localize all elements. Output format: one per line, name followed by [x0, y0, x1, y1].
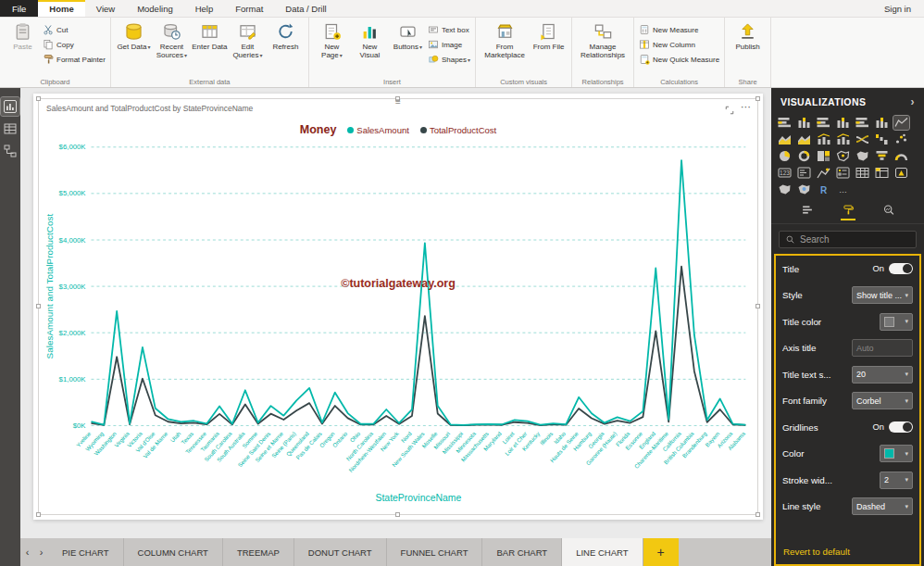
map-icon[interactable]: [835, 149, 851, 163]
model-view-button[interactable]: [1, 142, 19, 160]
series-line-TotalProductCost[interactable]: [91, 267, 745, 425]
analytics-pane-tab[interactable]: [881, 204, 896, 220]
fields-pane-tab[interactable]: [800, 204, 815, 220]
100-stacked-bar-chart-icon[interactable]: [855, 116, 870, 130]
report-view-button[interactable]: [1, 97, 19, 116]
page-tab-column-chart[interactable]: COLUMN CHART: [124, 538, 223, 566]
tab-home[interactable]: Home: [38, 0, 84, 17]
waterfall-chart-icon[interactable]: [874, 132, 890, 146]
refresh-button[interactable]: Refresh: [268, 19, 304, 75]
matrix-icon[interactable]: [874, 166, 890, 180]
legend-item-salesamount[interactable]: SalesAmount: [347, 125, 409, 135]
revert-to-default-link[interactable]: Revert to default: [776, 541, 919, 564]
format-painter-button[interactable]: Format Painter: [43, 54, 106, 65]
tab-modeling[interactable]: Modeling: [126, 0, 184, 17]
multi-row-card-icon[interactable]: [796, 166, 812, 180]
scatter-chart-icon[interactable]: [893, 132, 909, 146]
tab-data-drill[interactable]: Data / Drill: [274, 0, 337, 17]
table-icon[interactable]: [855, 166, 870, 180]
line-chart-plot[interactable]: $0K$1,000K$2,000K$3,000K$4,000K$5,000K$6…: [39, 99, 757, 514]
manage-relationships-button[interactable]: Manage Relationships: [577, 19, 629, 75]
buttons-button[interactable]: Buttons▾: [390, 19, 426, 75]
100-stacked-column-chart-icon[interactable]: [874, 116, 890, 130]
font-family-dropdown[interactable]: Corbel▾: [852, 392, 913, 409]
page-tab-funnel-chart[interactable]: FUNNEL CHART: [387, 538, 483, 566]
clustered-bar-chart-icon[interactable]: [816, 116, 831, 130]
image-button[interactable]: Image: [428, 39, 470, 50]
data-view-button[interactable]: [1, 119, 19, 138]
format-pane-tab[interactable]: [841, 204, 855, 220]
tab-view[interactable]: View: [85, 0, 126, 17]
page-tab-treemap[interactable]: TREEMAP: [223, 538, 294, 566]
stacked-area-chart-icon[interactable]: [796, 132, 812, 146]
card-icon[interactable]: 123: [777, 166, 793, 180]
treemap-icon[interactable]: [816, 149, 831, 163]
from-file-button[interactable]: From File: [531, 19, 567, 75]
publish-button[interactable]: Publish: [730, 19, 766, 75]
slicer-icon[interactable]: [835, 166, 851, 180]
new-page-button[interactable]: New Page▾: [314, 19, 350, 75]
get-data-button[interactable]: Get Data▾: [116, 19, 152, 75]
title-color-picker[interactable]: ▾: [880, 313, 913, 331]
line-style-dropdown[interactable]: Dashed▾: [852, 497, 913, 515]
shape-map-icon[interactable]: [777, 182, 793, 196]
gridlines-toggle[interactable]: [889, 421, 913, 433]
edit-queries-button[interactable]: Edit Queries▾: [230, 19, 266, 75]
line-and-stacked-column-chart-icon[interactable]: [835, 132, 851, 146]
new-measure-button[interactable]: New Measure: [639, 24, 719, 35]
stacked-column-chart-icon[interactable]: [796, 116, 812, 130]
pie-chart-icon[interactable]: [777, 149, 793, 163]
style-dropdown[interactable]: Show title ...▾: [852, 286, 913, 304]
report-page[interactable]: ≡ ⋯ SalesAmount and TotalProductCost by …: [33, 94, 763, 520]
file-icon: [539, 22, 558, 41]
tab-help[interactable]: Help: [184, 0, 225, 17]
file-menu[interactable]: File: [0, 0, 38, 17]
line-chart-visual[interactable]: ≡ ⋯ SalesAmount and TotalProductCost by …: [38, 98, 758, 515]
axis-title-input[interactable]: Auto: [852, 339, 913, 357]
title-toggle[interactable]: [889, 263, 913, 274]
column-icon: [639, 39, 650, 50]
new-quick-measure-button[interactable]: New Quick Measure: [639, 54, 719, 65]
new-page-tab-button[interactable]: +: [643, 538, 679, 566]
arcgis-map-icon[interactable]: [796, 182, 812, 196]
page-nav-prev-icon[interactable]: ‹: [20, 538, 34, 566]
gauge-icon[interactable]: [893, 149, 909, 163]
line-and-clustered-column-chart-icon[interactable]: [816, 132, 831, 146]
page-tab-pie-chart[interactable]: PIE CHART: [48, 538, 124, 566]
shapes-button[interactable]: Shapes▾: [428, 54, 470, 65]
r-script-visual-icon[interactable]: R: [816, 182, 831, 196]
collapse-pane-icon[interactable]: ›: [911, 95, 915, 108]
stroke-width-input[interactable]: 2▾: [880, 472, 913, 489]
page-tab-line-chart[interactable]: LINE CHART: [562, 538, 643, 566]
page-nav-next-icon[interactable]: ›: [34, 538, 48, 566]
page-tab-bar-chart[interactable]: BAR CHART: [482, 538, 562, 566]
from-marketplace-button[interactable]: From Marketplace: [481, 19, 529, 75]
paste-button[interactable]: Paste: [5, 19, 41, 75]
new-visual-button[interactable]: New Visual: [352, 19, 388, 75]
line-chart-icon[interactable]: [893, 116, 909, 130]
ribbon-chart-icon[interactable]: [855, 132, 870, 146]
enter-data-button[interactable]: Enter Data: [192, 19, 228, 75]
page-tab-donut-chart[interactable]: DONUT CHART: [294, 538, 387, 566]
copy-button[interactable]: Copy: [43, 39, 106, 50]
filled-map-icon[interactable]: [855, 149, 870, 163]
report-canvas[interactable]: ≡ ⋯ SalesAmount and TotalProductCost by …: [20, 88, 771, 538]
funnel-icon[interactable]: [874, 149, 890, 163]
tab-format[interactable]: Format: [224, 0, 274, 17]
recent-sources-button[interactable]: Recent Sources▾: [154, 19, 190, 75]
stacked-bar-chart-icon[interactable]: [777, 116, 793, 130]
cut-button[interactable]: Cut: [43, 24, 106, 35]
legend-item-totalproductcost[interactable]: TotalProductCost: [420, 125, 496, 135]
sign-in-button[interactable]: Sign in: [871, 0, 924, 17]
new-column-button[interactable]: New Column: [639, 39, 719, 50]
more-options-icon[interactable]: …: [835, 182, 851, 196]
area-chart-icon[interactable]: [777, 132, 793, 146]
gridline-color-picker[interactable]: ▾: [880, 445, 913, 462]
title-text-size-input[interactable]: 20▾: [852, 366, 913, 384]
kpi-icon[interactable]: [816, 166, 831, 180]
clustered-column-chart-icon[interactable]: [835, 116, 851, 130]
text-box-button[interactable]: Text box: [428, 24, 470, 35]
donut-chart-icon[interactable]: [796, 149, 812, 163]
powerapps-visual-icon[interactable]: [893, 166, 909, 180]
format-search-input[interactable]: Search: [779, 231, 917, 248]
